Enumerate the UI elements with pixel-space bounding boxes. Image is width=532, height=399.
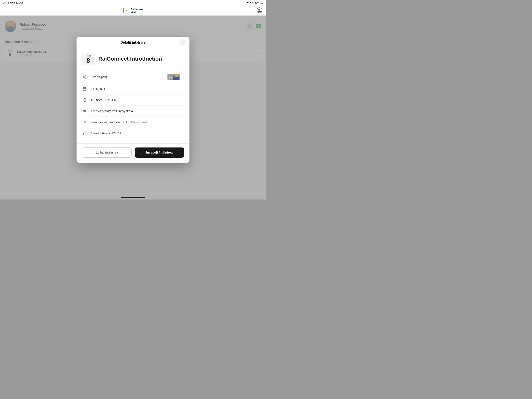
modal-date-badge: APR 8 [82,53,95,65]
home-indicator [121,197,145,198]
link-url: www.raiffeisen.ro/raiconnect... [90,120,129,124]
top-nav-bar: ✕ Raiffeisen Bank [0,6,266,16]
calendar-icon [82,86,88,91]
battery-icon: ▬ [260,1,263,4]
participants-row[interactable]: 2 Participanți CO › [82,71,184,83]
svg-point-3 [258,9,260,11]
modal-footer: Editați întâlnirea Începeți întâlnirea [76,143,190,163]
modal-title: Detalii intalnire [120,40,146,45]
meeting-password: Parola întâlnirii: 174117 [90,131,184,135]
modal-event-title-row: APR 8 RaiConnect Introduction [82,53,184,65]
modal-event-title: RaiConnect Introduction [98,56,162,62]
link-icon [82,119,88,125]
modal-header: Detalii intalnire × [76,37,190,48]
modal-event-day: 8 [85,57,92,64]
link-row[interactable]: www.raiffeisen.ro/raiconnect... Copiați … [82,117,184,128]
participants-label: 2 Participanți [90,75,164,78]
status-bar: 15:33 Wed 22. Apr ●●● ⌾ 51% ▬ [0,0,266,6]
participants-icon [82,74,88,80]
meeting-link: www.raiffeisen.ro/raiconnect... Copiați … [90,120,184,124]
password-row: Parola întâlnirii: 174117 [82,128,184,139]
account-icon [257,7,262,13]
svg-rect-23 [83,133,86,135]
svg-text:✕: ✕ [126,10,127,12]
svg-rect-9 [83,87,86,90]
date-row: 8 apr. 2021 [82,83,184,95]
battery-text: 51% [255,1,259,4]
status-time: 15:33 [3,1,9,4]
link-copy-text: Copiați linkul [131,120,148,124]
status-date: Wed 22. Apr [10,1,23,4]
account-button[interactable] [257,7,262,14]
raiffeisen-logo-icon: ✕ [123,7,129,14]
event-time: 11:30AM - 12:30PM [90,98,184,102]
modal-body: APR 8 RaiConnect Introduction 2 Particip… [76,48,190,143]
clock-icon [82,97,88,103]
status-left: 15:33 Wed 22. Apr [3,1,23,4]
recording-row: Această ședință va fi înregistrată [82,106,184,117]
lock-icon [82,130,88,136]
modal-overlay: Detalii intalnire × APR 8 RaiConnect Int… [0,0,266,200]
meeting-detail-modal: Detalii intalnire × APR 8 RaiConnect Int… [76,37,190,163]
edit-meeting-button[interactable]: Editați întâlnirea [82,148,132,158]
participants-chevron-icon: › [183,75,184,79]
svg-point-7 [83,76,85,77]
participant-photo-avatar [173,73,180,80]
signal-icon: ●●● [247,1,251,4]
wifi-icon: ⌾ [252,1,253,4]
svg-line-15 [85,100,85,101]
recording-icon [82,108,88,114]
time-row: 11:30AM - 12:30PM [82,95,184,106]
recording-label: Această ședință va fi înregistrată [90,109,184,113]
status-right: ●●● ⌾ 51% ▬ [247,1,263,4]
event-date: 8 apr. 2021 [90,87,184,90]
app-logo: ✕ Raiffeisen Bank [123,7,143,14]
start-meeting-button[interactable]: Începeți întâlnirea [135,148,184,158]
svg-point-8 [85,76,86,77]
modal-close-button[interactable]: × [179,39,186,45]
participants-avatars: CO [167,73,180,80]
